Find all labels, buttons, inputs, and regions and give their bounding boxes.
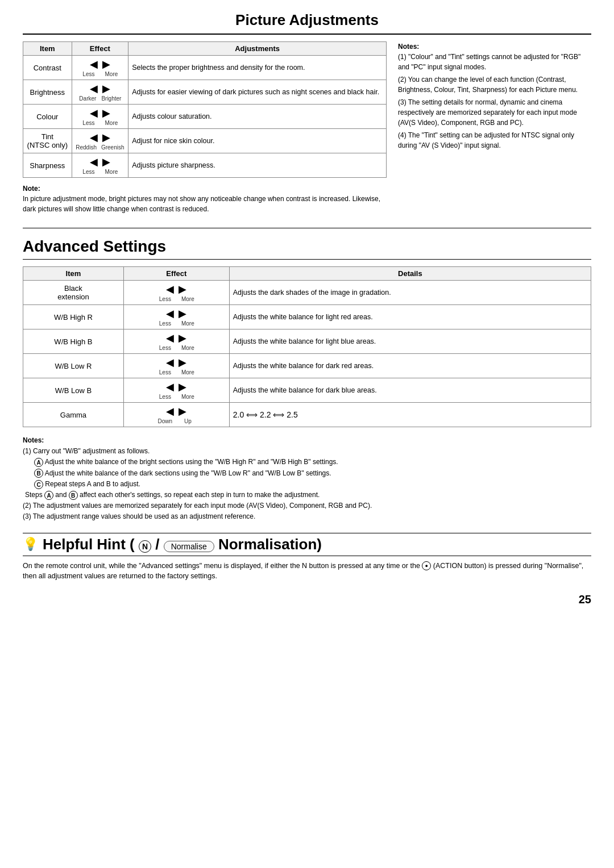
pa-item-3: Tint(NTSC only) [23,129,72,153]
right-label: More [102,120,121,126]
adv-col-effect: Effect [123,267,229,281]
advanced-settings-title: Advanced Settings [23,237,591,256]
adv-note-ab: Steps A and B affect each other's settin… [25,490,591,500]
left-label: Less [80,71,98,77]
circle-a: A [34,458,43,467]
adv-table-row: W/B High B ◀ ▶ Less More Adjusts the whi… [23,329,591,354]
right-arrow-icon: ▶ [179,381,186,393]
adv-table-row: W/B Low B ◀ ▶ Less More Adjusts the whit… [23,378,591,403]
right-label: More [102,169,121,175]
right-arrow-icon: ▶ [102,131,110,144]
col-header-item: Item [23,42,72,56]
pa-effect-0: ◀ ▶ Less More [72,56,128,80]
action-button-icon: ● [422,561,431,570]
bulb-icon: 💡 [23,537,38,552]
pa-item-2: Colour [23,105,72,129]
left-arrow-icon: ◀ [166,332,174,344]
adv-effect-4: ◀ ▶ Less More [123,378,229,403]
note-text: In picture adjustment mode, bright pictu… [23,195,380,213]
picture-adjustments-table-wrap: Item Effect Adjustments Contrast ◀ ▶ Les… [23,41,387,220]
right-arrow-icon: ▶ [179,356,186,369]
adv-effect-2: ◀ ▶ Less More [123,329,229,354]
normalise-button-label: Normalise [164,541,214,552]
pa-table-row: Colour ◀ ▶ Less More Adjusts colour satu… [23,105,387,129]
pa-note-3: (3) The setting details for normal, dyna… [398,97,591,128]
left-arrow-icon: ◀ [90,58,98,70]
circle-c: C [34,480,43,489]
title-divider [23,34,591,35]
adv-desc-1: Adjusts the white balance for light red … [229,305,591,329]
helpful-hint-section: 💡 Helpful Hint ( N / Normalise Normalisa… [23,533,591,582]
right-arrow-icon: ▶ [102,107,110,119]
left-arrow-icon: ◀ [166,356,174,369]
picture-note: Note: In picture adjustment mode, bright… [23,183,387,214]
right-arrow-icon: ▶ [102,58,110,70]
left-label: Less [156,345,174,351]
right-arrow-icon: ▶ [102,82,110,95]
pa-effect-1: ◀ ▶ Darker Brighter [72,80,128,105]
hint-text: On the remote control unit, while the "A… [23,561,591,582]
right-label: More [179,369,197,375]
note-label: Note: [23,185,40,193]
adv-table-row: Gamma ◀ ▶ Down Up 2.0 ⟺ 2.2 ⟺ 2.5 [23,403,591,427]
advanced-divider-bottom [23,259,591,260]
hint-title: 💡 Helpful Hint ( N / Normalise Normalisa… [23,536,591,553]
hint-rule-bottom [23,556,591,556]
pa-effect-3: ◀ ▶ Reddish Greenish [72,129,128,153]
left-arrow-icon: ◀ [90,131,98,144]
right-label: Greenish [101,144,125,151]
hint-normalisation: Normalisation) [218,536,322,553]
left-label: Less [156,369,174,375]
right-arrow-icon: ▶ [179,307,186,320]
adv-effect-0: ◀ ▶ Less More [123,281,229,305]
notes-title: Notes: [398,43,419,51]
left-label: Down [156,418,174,424]
left-label: Darker [78,95,97,102]
adv-note-1-intro: (1) Carry out "W/B" adjustment as follow… [23,447,150,455]
left-arrow-icon: ◀ [166,307,174,320]
right-arrow-icon: ▶ [179,405,186,418]
right-label: More [179,345,197,351]
adv-item-1: W/B High R [23,305,124,329]
left-label: Less [156,320,174,327]
adv-item-3: W/B Low R [23,354,124,378]
pa-desc-1: Adjusts for easier viewing of dark pictu… [128,80,387,105]
adv-note-b: B Adjust the white balance of the dark s… [34,468,591,479]
pa-desc-3: Adjust for nice skin colour. [128,129,387,153]
pa-item-4: Sharpness [23,153,72,178]
pa-desc-2: Adjusts colour saturation. [128,105,387,129]
adv-notes-title: Notes: [23,436,44,444]
col-header-effect: Effect [72,42,128,56]
adv-col-details: Details [229,267,591,281]
adv-note-a: A Adjust the white balance of the bright… [34,457,591,468]
right-label: More [179,394,197,400]
pa-note-2: (2) You can change the level of each fun… [398,74,591,95]
adv-desc-3: Adjusts the white balance for dark red a… [229,354,591,378]
circle-b: B [34,469,43,478]
adv-item-5: Gamma [23,403,124,427]
pa-effect-4: ◀ ▶ Less More [72,153,128,178]
adv-effect-5: ◀ ▶ Down Up [123,403,229,427]
picture-notes-column: Notes: (1) "Colour" and "Tint" settings … [398,41,591,220]
page-number: 25 [23,593,591,606]
pa-desc-4: Adjusts picture sharpness. [128,153,387,178]
right-label: More [179,296,197,302]
adv-table-row: W/B Low R ◀ ▶ Less More Adjusts the whit… [23,354,591,378]
picture-adjustments-section: Item Effect Adjustments Contrast ◀ ▶ Les… [23,41,591,220]
adv-note-3: (3) The adjustment range values should b… [23,511,591,522]
advanced-settings-table: Item Effect Details Blackextension ◀ ▶ L… [23,266,591,427]
left-label: Less [156,296,174,302]
left-label: Less [80,169,98,175]
left-label: Less [156,394,174,400]
adv-item-4: W/B Low B [23,378,124,403]
n-button-icon: N [139,540,151,553]
left-label: Reddish [76,144,97,151]
hint-rule-top [23,533,591,533]
adv-item-0: Blackextension [23,281,124,305]
picture-notes-box: Notes: (1) "Colour" and "Tint" settings … [398,41,591,151]
right-label: More [102,71,121,77]
adv-desc-5: 2.0 ⟺ 2.2 ⟺ 2.5 [229,403,591,427]
pa-table-row: Tint(NTSC only) ◀ ▶ Reddish Greenish Adj… [23,129,387,153]
adv-effect-1: ◀ ▶ Less More [123,305,229,329]
picture-adjustments-table: Item Effect Adjustments Contrast ◀ ▶ Les… [23,41,387,178]
